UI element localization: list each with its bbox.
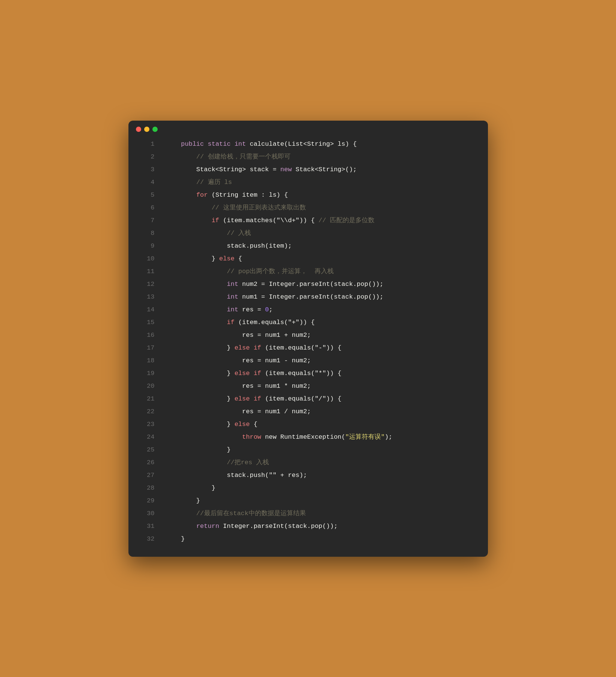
code-token: { — [234, 255, 242, 262]
code-token: // 入栈 — [227, 230, 251, 237]
line-number: 1 — [136, 138, 155, 151]
code-token: } — [166, 421, 235, 428]
code-token: Stack<String> stack = — [166, 166, 280, 173]
line-code: // 创建给栈，只需要一个栈即可 — [166, 151, 291, 163]
line-code: // 这里使用正则表达式来取出数 — [166, 202, 306, 214]
code-token: "运算符有误" — [345, 433, 385, 441]
code-token: stack.push("" + res); — [166, 472, 307, 479]
line-code: } — [166, 444, 231, 456]
code-line: 20 res = num1 * num2; — [136, 380, 480, 393]
line-code: return Integer.parseInt(stack.pop()); — [166, 520, 338, 533]
code-line: 11 // pop出两个数，并运算， 再入栈 — [136, 265, 480, 278]
line-code: } — [166, 495, 200, 507]
line-code: //最后留在stack中的数据是运算结果 — [166, 507, 306, 520]
code-token: } — [166, 446, 231, 453]
line-code: } else if (item.equals("*")) { — [166, 367, 342, 380]
line-code: } — [166, 533, 185, 545]
code-token: } — [166, 255, 219, 262]
minimize-button[interactable] — [144, 127, 149, 132]
code-token: } — [166, 535, 185, 542]
maximize-button[interactable] — [152, 127, 158, 132]
code-token: if — [212, 217, 219, 224]
code-token: int — [227, 281, 239, 288]
code-line: 21 } else if (item.equals("/")) { — [136, 393, 480, 405]
code-token: int — [227, 293, 239, 300]
line-number: 13 — [136, 291, 155, 303]
line-code: // 入栈 — [166, 227, 251, 240]
code-line: 29 } — [136, 495, 480, 507]
line-number: 31 — [136, 520, 155, 533]
code-token: res = num1 * num2; — [166, 383, 311, 390]
code-line: 8 // 入栈 — [136, 227, 480, 240]
line-code: for (String item : ls) { — [166, 189, 288, 202]
code-line: 2 // 创建给栈，只需要一个栈即可 — [136, 151, 480, 163]
code-token: ); — [385, 433, 392, 441]
line-code: res = num1 + num2; — [166, 329, 311, 342]
code-token: num1 = Integer.parseInt(stack.pop()); — [238, 293, 383, 300]
code-token: (item.equals("/")) { — [261, 395, 342, 402]
line-code: res = num1 / num2; — [166, 405, 311, 418]
code-token: (item.equals("*")) { — [261, 370, 342, 377]
line-code: res = num1 - num2; — [166, 354, 311, 367]
code-token: res = num1 - num2; — [166, 357, 311, 364]
code-line: 22 res = num1 / num2; — [136, 405, 480, 418]
line-code: //把res 入栈 — [166, 456, 269, 469]
code-token — [166, 281, 227, 288]
code-token — [166, 179, 197, 186]
code-line: 4 // 遍历 ls — [136, 176, 480, 189]
code-token: } — [166, 497, 200, 504]
line-number: 5 — [136, 189, 155, 202]
code-line: 19 } else if (item.equals("*")) { — [136, 367, 480, 380]
line-code: Stack<String> stack = new Stack<String>(… — [166, 163, 357, 176]
code-token — [166, 306, 227, 313]
line-number: 21 — [136, 393, 155, 405]
code-line: 16 res = num1 + num2; — [136, 329, 480, 342]
code-token: } — [166, 370, 235, 377]
line-number: 24 — [136, 431, 155, 444]
code-token: new RuntimeException( — [261, 433, 345, 441]
code-token: else — [234, 421, 250, 428]
titlebar — [128, 121, 488, 138]
code-line: 5 for (String item : ls) { — [136, 189, 480, 202]
code-token: throw — [242, 433, 261, 441]
code-line: 26 //把res 入栈 — [136, 456, 480, 469]
line-number: 12 — [136, 278, 155, 291]
code-token — [204, 140, 208, 148]
line-number: 32 — [136, 533, 155, 545]
code-token: // 创建给栈，只需要一个栈即可 — [166, 153, 291, 160]
line-code: res = num1 * num2; — [166, 380, 311, 393]
line-number: 23 — [136, 418, 155, 431]
code-token: (item.matches("\\d+")) { — [219, 217, 318, 224]
line-number: 6 — [136, 202, 155, 214]
line-code: stack.push("" + res); — [166, 469, 307, 482]
line-code: // 遍历 ls — [166, 176, 232, 189]
code-line: 24 throw new RuntimeException("运算符有误"); — [136, 431, 480, 444]
code-editor: 1 public static int calculate(List<Strin… — [128, 138, 488, 545]
code-line: 3 Stack<String> stack = new Stack<String… — [136, 163, 480, 176]
code-token — [231, 140, 234, 148]
code-token: int — [234, 140, 246, 148]
code-token — [166, 319, 227, 326]
code-token — [166, 459, 227, 466]
code-token — [166, 191, 197, 199]
code-token: num2 = Integer.parseInt(stack.pop()); — [238, 281, 383, 288]
line-number: 14 — [136, 303, 155, 316]
line-number: 8 — [136, 227, 155, 240]
code-token: // 匹配的是多位数 — [319, 217, 375, 224]
close-button[interactable] — [136, 127, 141, 132]
line-number: 18 — [136, 354, 155, 367]
line-number: 7 — [136, 214, 155, 227]
code-line: 17 } else if (item.equals("-")) { — [136, 342, 480, 354]
line-code: } else { — [166, 418, 258, 431]
line-number: 26 — [136, 456, 155, 469]
code-token: calculate(List<String> ls) { — [246, 140, 357, 148]
code-token: if — [227, 319, 234, 326]
code-token — [166, 217, 212, 224]
code-token: ; — [269, 306, 273, 313]
line-number: 30 — [136, 507, 155, 520]
code-line: 31 return Integer.parseInt(stack.pop()); — [136, 520, 480, 533]
code-token: Integer.parseInt(stack.pop()); — [219, 523, 337, 530]
line-code: int num1 = Integer.parseInt(stack.pop())… — [166, 291, 384, 303]
line-number: 29 — [136, 495, 155, 507]
code-line: 18 res = num1 - num2; — [136, 354, 480, 367]
